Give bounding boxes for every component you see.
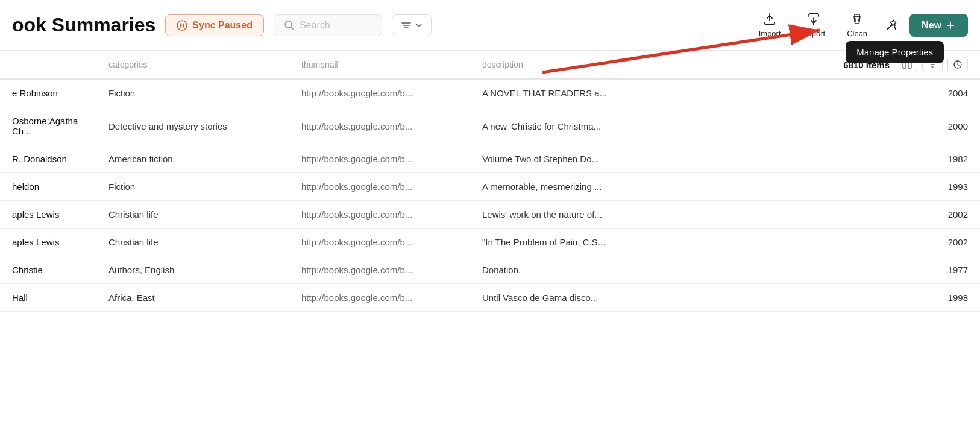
row-name: Hall — [12, 292, 108, 303]
item-count-label: 6810 items — [843, 60, 890, 70]
row-year: 2002 — [932, 209, 968, 220]
pause-icon — [177, 20, 187, 31]
row-thumbnail: http://books.google.com/b... — [301, 154, 482, 164]
filter-button[interactable] — [392, 14, 432, 36]
chevron-down-icon — [415, 22, 422, 29]
row-year: 2004 — [932, 88, 968, 98]
table-row[interactable]: heldon Fiction http://books.google.com/b… — [0, 173, 980, 201]
new-label: New — [922, 20, 941, 31]
sort-icon — [928, 60, 937, 69]
manage-properties-icon — [885, 18, 900, 33]
row-categories: Detective and mystery stories — [108, 121, 301, 131]
import-label: Import — [759, 29, 781, 38]
search-icon — [284, 20, 295, 31]
table-row[interactable]: e Robinson Fiction http://books.google.c… — [0, 80, 980, 107]
svg-rect-1 — [180, 23, 181, 27]
row-thumbnail: http://books.google.com/b... — [301, 209, 482, 220]
table-row[interactable]: Christie Authors, English http://books.g… — [0, 256, 980, 284]
row-name: e Robinson — [12, 88, 108, 98]
row-description: A NOVEL THAT READERS a... — [482, 88, 932, 98]
row-description: "In The Problem of Pain, C.S... — [482, 237, 932, 247]
row-name: aples Lewis — [12, 209, 108, 220]
history-button[interactable] — [947, 57, 968, 72]
row-description: Until Vasco de Gama disco... — [482, 292, 932, 303]
row-categories: Fiction — [108, 182, 301, 192]
row-name: aples Lewis — [12, 237, 108, 247]
row-name: Christie — [12, 265, 108, 275]
history-icon — [953, 60, 963, 69]
clean-icon — [850, 12, 864, 27]
row-categories: Authors, English — [108, 265, 301, 275]
col-header-description: description — [482, 60, 843, 69]
table-header: categories thumbnail description 6810 it… — [0, 51, 980, 80]
row-description: A new 'Christie for Christma... — [482, 121, 932, 131]
row-categories: Christian life — [108, 237, 301, 247]
row-description: Volume Two of Stephen Do... — [482, 154, 932, 164]
row-year: 2000 — [932, 121, 968, 131]
table-body: e Robinson Fiction http://books.google.c… — [0, 80, 980, 312]
row-categories: American fiction — [108, 154, 301, 164]
toolbar-actions: Import Export Clean — [750, 8, 968, 42]
col-header-categories: categories — [108, 60, 301, 69]
new-button[interactable]: New — [909, 14, 968, 37]
table-row[interactable]: Osborne;Agatha Ch... Detective and myste… — [0, 107, 980, 145]
row-year: 1998 — [932, 292, 968, 303]
row-thumbnail: http://books.google.com/b... — [301, 88, 482, 98]
svg-line-4 — [291, 27, 294, 30]
svg-rect-11 — [903, 61, 906, 68]
table-row[interactable]: R. Donaldson American fiction http://boo… — [0, 145, 980, 173]
clean-label: Clean — [847, 29, 867, 38]
row-thumbnail: http://books.google.com/b... — [301, 121, 482, 131]
col-header-thumbnail: thumbnail — [301, 60, 482, 69]
row-categories: Christian life — [108, 209, 301, 220]
row-year: 1982 — [932, 154, 968, 164]
sync-paused-button[interactable]: Sync Paused — [165, 14, 264, 36]
table-row[interactable]: aples Lewis Christian life http://books.… — [0, 201, 980, 229]
columns-view-button[interactable] — [897, 57, 917, 72]
row-thumbnail: http://books.google.com/b... — [301, 292, 482, 303]
export-label: Export — [803, 29, 826, 38]
export-button[interactable]: Export — [794, 8, 834, 42]
row-name: heldon — [12, 182, 108, 192]
row-thumbnail: http://books.google.com/b... — [301, 265, 482, 275]
columns-icon — [902, 60, 912, 69]
row-categories: Fiction — [108, 88, 301, 98]
svg-rect-2 — [183, 23, 184, 27]
row-year: 2002 — [932, 237, 968, 247]
import-icon — [762, 12, 777, 27]
clean-button[interactable]: Clean — [838, 8, 876, 42]
plus-icon — [945, 20, 956, 31]
row-thumbnail: http://books.google.com/b... — [301, 182, 482, 192]
search-bar[interactable]: Search — [274, 14, 382, 36]
sync-paused-label: Sync Paused — [192, 20, 253, 31]
header: ook Summaries Sync Paused Search — [0, 0, 980, 51]
row-description: A memorable, mesmerizing ... — [482, 182, 932, 192]
search-placeholder: Search — [300, 20, 330, 31]
import-button[interactable]: Import — [750, 8, 790, 42]
row-name: R. Donaldson — [12, 154, 108, 164]
row-description: Lewis' work on the nature of... — [482, 209, 932, 220]
row-thumbnail: http://books.google.com/b... — [301, 237, 482, 247]
row-description: Donation. — [482, 265, 932, 275]
table-row[interactable]: aples Lewis Christian life http://books.… — [0, 229, 980, 256]
row-year: 1993 — [932, 182, 968, 192]
manage-properties-button[interactable] — [881, 13, 905, 37]
table-row[interactable]: Hall Africa, East http://books.google.co… — [0, 284, 980, 312]
row-name: Osborne;Agatha Ch... — [12, 116, 108, 136]
svg-point-0 — [177, 21, 187, 30]
row-categories: Africa, East — [108, 292, 301, 303]
svg-rect-12 — [908, 61, 911, 68]
sort-button[interactable] — [922, 57, 943, 72]
row-year: 1977 — [932, 265, 968, 275]
page-title: ook Summaries — [12, 14, 155, 36]
filter-icon — [401, 20, 412, 31]
export-icon — [806, 12, 821, 27]
item-count: 6810 items — [843, 57, 968, 72]
